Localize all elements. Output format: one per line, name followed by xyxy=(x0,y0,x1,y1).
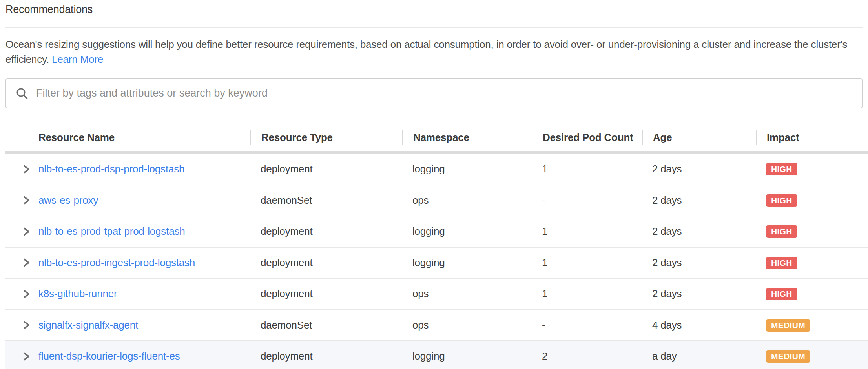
impact-badge: MEDIUM xyxy=(766,350,810,363)
age-cell: 2 days xyxy=(642,288,756,300)
page-title: Recommendations xyxy=(5,3,863,16)
desired-pod-count-cell: 1 xyxy=(532,163,642,175)
impact-badge: HIGH xyxy=(766,194,797,207)
expand-row-button[interactable] xyxy=(5,194,38,206)
resource-type-cell: daemonSet xyxy=(250,194,402,206)
resource-type-cell: deployment xyxy=(250,288,402,300)
resource-name-link[interactable]: nlb-to-es-prod-ingest-prod-logstash xyxy=(38,257,195,269)
column-header-label: Impact xyxy=(767,132,799,144)
column-header: Resource Name xyxy=(5,130,250,145)
chevron-right-icon xyxy=(21,288,31,300)
chevron-right-icon xyxy=(21,351,31,362)
resource-type-cell: daemonSet xyxy=(250,319,402,331)
expand-row-button[interactable] xyxy=(5,351,38,362)
chevron-right-icon xyxy=(21,257,31,269)
resource-type-cell: deployment xyxy=(250,163,402,175)
namespace-cell: logging xyxy=(402,350,532,362)
age-cell: 2 days xyxy=(642,225,756,237)
recommendations-page: Recommendations Ocean's resizing suggest… xyxy=(0,0,868,369)
column-header: Age xyxy=(642,130,756,145)
resource-name-link[interactable]: nlb-to-es-prod-tpat-prod-logstash xyxy=(38,225,185,237)
namespace-cell: ops xyxy=(402,319,532,331)
desired-pod-count-cell: 1 xyxy=(532,225,642,237)
chevron-right-icon xyxy=(21,319,31,331)
namespace-cell: logging xyxy=(402,225,532,237)
impact-badge: HIGH xyxy=(766,288,797,300)
description-text: Ocean's resizing suggestions will help y… xyxy=(5,38,847,65)
learn-more-link[interactable]: Learn More xyxy=(52,53,103,65)
table-body: nlb-to-es-prod-dsp-prod-logstash deploym… xyxy=(5,154,868,369)
desired-pod-count-cell: - xyxy=(532,319,642,331)
impact-badge: HIGH xyxy=(766,257,797,269)
resource-name-link[interactable]: k8s-github-runner xyxy=(38,288,117,300)
column-header: Impact xyxy=(756,130,868,145)
age-cell: 2 days xyxy=(642,257,756,269)
table-header-row: Resource Name Resource Type Namespace De… xyxy=(5,124,868,151)
filter-search-box[interactable] xyxy=(5,78,863,108)
search-icon xyxy=(16,87,28,100)
namespace-cell: logging xyxy=(402,163,532,175)
table-row[interactable]: nlb-to-es-prod-dsp-prod-logstash deploym… xyxy=(5,154,868,185)
column-header-label: Age xyxy=(653,132,672,144)
namespace-cell: logging xyxy=(402,257,532,269)
resource-name-link[interactable]: signalfx-signalfx-agent xyxy=(38,319,138,331)
column-header-label: Desired Pod Count xyxy=(543,132,633,144)
desired-pod-count-cell: 2 xyxy=(532,350,642,362)
age-cell: 2 days xyxy=(642,194,756,206)
expand-row-button[interactable] xyxy=(5,319,38,331)
namespace-cell: ops xyxy=(402,288,532,300)
chevron-right-icon xyxy=(21,163,31,175)
desired-pod-count-cell: 1 xyxy=(532,257,642,269)
desired-pod-count-cell: - xyxy=(532,194,642,206)
impact-badge: HIGH xyxy=(766,225,797,238)
description: Ocean's resizing suggestions will help y… xyxy=(5,37,863,67)
title-divider xyxy=(5,27,863,28)
impact-badge: MEDIUM xyxy=(766,319,810,332)
column-header-label: Namespace xyxy=(413,132,469,144)
age-cell: 2 days xyxy=(642,163,756,175)
table-row[interactable]: fluent-dsp-kourier-logs-fluent-es deploy… xyxy=(5,341,868,369)
expand-row-button[interactable] xyxy=(5,163,38,175)
resource-name-link[interactable]: aws-es-proxy xyxy=(38,194,98,206)
table-header-bar xyxy=(5,151,868,154)
expand-row-button[interactable] xyxy=(5,257,38,269)
resource-type-cell: deployment xyxy=(250,350,402,362)
table-row[interactable]: signalfx-signalfx-agent daemonSet ops - … xyxy=(5,310,868,342)
resource-type-cell: deployment xyxy=(250,225,402,237)
column-header-label: Resource Name xyxy=(38,132,115,144)
table-row[interactable]: k8s-github-runner deployment ops 1 2 day… xyxy=(5,279,868,310)
chevron-right-icon xyxy=(21,226,31,237)
impact-badge: HIGH xyxy=(766,163,797,175)
column-header: Resource Type xyxy=(250,130,402,145)
search-input[interactable] xyxy=(36,87,852,99)
table-row[interactable]: nlb-to-es-prod-ingest-prod-logstash depl… xyxy=(5,248,868,279)
desired-pod-count-cell: 1 xyxy=(532,288,642,300)
table-row[interactable]: aws-es-proxy daemonSet ops - 2 days HIGH xyxy=(5,185,868,217)
age-cell: a day xyxy=(642,350,756,362)
resource-name-link[interactable]: nlb-to-es-prod-dsp-prod-logstash xyxy=(38,163,184,175)
resource-type-cell: deployment xyxy=(250,257,402,269)
age-cell: 4 days xyxy=(642,319,756,331)
chevron-right-icon xyxy=(21,194,31,206)
recommendations-table: Resource Name Resource Type Namespace De… xyxy=(5,124,868,369)
resource-name-link[interactable]: fluent-dsp-kourier-logs-fluent-es xyxy=(38,350,180,362)
table-row[interactable]: nlb-to-es-prod-tpat-prod-logstash deploy… xyxy=(5,216,868,248)
expand-row-button[interactable] xyxy=(5,226,38,237)
column-header: Namespace xyxy=(402,130,532,145)
namespace-cell: ops xyxy=(402,194,532,206)
column-header: Desired Pod Count xyxy=(532,130,642,145)
expand-row-button[interactable] xyxy=(5,288,38,300)
column-header-label: Resource Type xyxy=(261,132,333,144)
